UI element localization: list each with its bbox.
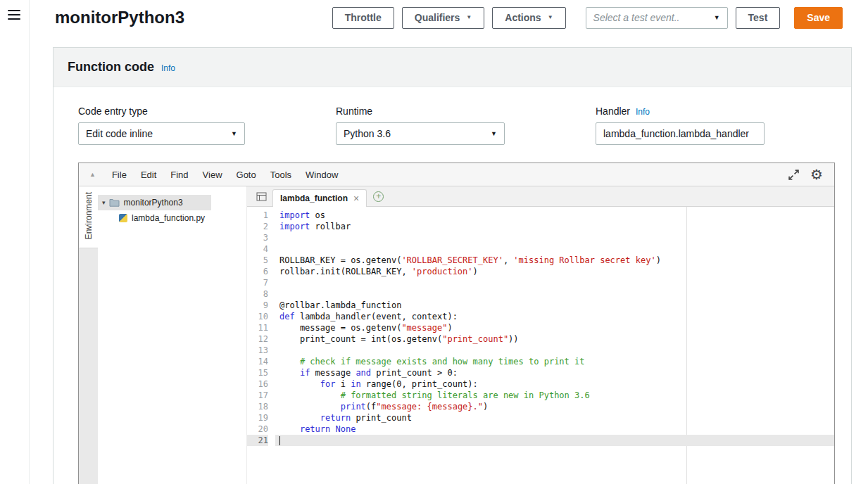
line-number[interactable]: 6 [247, 266, 268, 277]
code-line[interactable]: @rollbar.lambda_function [275, 300, 834, 311]
line-number[interactable]: 12 [247, 333, 268, 345]
chevron-down-icon: ▼ [231, 130, 237, 137]
code-line[interactable]: # check if message exists and how many t… [275, 356, 834, 367]
code-line[interactable]: import rollbar [275, 221, 834, 232]
section-title: Function code [68, 60, 154, 75]
code-line[interactable] [275, 435, 834, 446]
function-code-panel: Function code Info Code entry type Edit … [53, 47, 852, 484]
code-editor: ▲ FileEditFindViewGotoToolsWindow ⚙ [78, 163, 835, 484]
throttle-button[interactable]: Throttle [332, 7, 394, 29]
folder-icon [109, 198, 120, 207]
function-code-header: Function code Info [54, 48, 851, 87]
runtime-label: Runtime [336, 106, 505, 117]
settings-gear-icon[interactable]: ⚙ [810, 167, 823, 182]
tab-lambda-function[interactable]: lambda_function × [272, 189, 367, 207]
collapse-panel-icon[interactable]: ▲ [89, 171, 96, 178]
info-link[interactable]: Info [161, 63, 175, 73]
code-line[interactable]: def lambda_handler(event, context): [275, 311, 834, 322]
code-line[interactable] [275, 345, 834, 356]
disclosure-triangle-icon: ▾ [102, 199, 106, 206]
code-line[interactable]: ROLLBAR_KEY = os.getenv('ROLLBAR_SECRET_… [275, 255, 834, 266]
menu-item-window[interactable]: Window [298, 170, 345, 180]
sidebar-filler [79, 248, 98, 484]
tree-item-folder[interactable]: ▾ monitorPython3 [98, 195, 211, 210]
menu-item-find[interactable]: Find [163, 170, 195, 180]
handler-input[interactable]: lambda_function.lambda_handler [596, 122, 765, 145]
fullscreen-icon[interactable] [788, 170, 799, 180]
editor-menubar: ▲ FileEditFindViewGotoToolsWindow ⚙ [79, 163, 834, 186]
code-line[interactable]: import os [275, 210, 834, 221]
line-number[interactable]: 13 [247, 345, 268, 356]
line-number[interactable]: 5 [247, 255, 268, 266]
code-line[interactable] [275, 232, 834, 243]
chevron-down-icon: ▼ [466, 15, 472, 20]
actions-button[interactable]: Actions ▼ [492, 7, 565, 29]
line-number[interactable]: 17 [247, 390, 268, 401]
function-header: monitorPython3 Throttle Qualifiers ▼ Act… [30, 0, 868, 35]
line-number[interactable]: 21 [247, 435, 268, 446]
line-number[interactable]: 11 [247, 322, 268, 333]
header-actions: Throttle Qualifiers ▼ Actions ▼ Select a… [332, 7, 843, 29]
nav-rail [0, 0, 30, 484]
code-line[interactable]: if message and print_count > 0: [275, 367, 834, 378]
environment-tab[interactable]: Environment [84, 192, 94, 239]
code-area: 123456789101112131415161718192021 import… [247, 207, 834, 484]
page-title: monitorPython3 [55, 8, 184, 27]
code-line[interactable] [275, 277, 834, 288]
close-tab-icon[interactable]: × [353, 193, 359, 204]
code-entry-type-select[interactable]: Edit code inline ▼ [78, 122, 245, 145]
file-tree: ▾ monitorPython3 lambda_function.py [98, 186, 247, 484]
line-number[interactable]: 20 [247, 424, 268, 435]
test-event-placeholder: Select a test event.. [593, 12, 680, 23]
tree-item-file[interactable]: lambda_function.py [98, 210, 246, 226]
tab-list-icon[interactable] [256, 192, 268, 201]
code-line[interactable]: print(f"message: {message}.") [275, 401, 834, 412]
line-number[interactable]: 14 [247, 356, 268, 367]
menu-item-file[interactable]: File [105, 170, 134, 180]
code-line[interactable]: return print_count [275, 412, 834, 424]
line-number[interactable]: 8 [247, 288, 268, 300]
menu-item-edit[interactable]: Edit [134, 170, 163, 180]
save-button[interactable]: Save [794, 7, 843, 29]
code-line[interactable]: rollbar.init(ROLLBAR_KEY, 'production') [275, 266, 834, 277]
line-number[interactable]: 15 [247, 367, 268, 378]
new-tab-button[interactable]: + [373, 191, 384, 202]
line-number[interactable]: 2 [247, 221, 268, 232]
code-line[interactable]: message = os.getenv("message") [275, 322, 834, 333]
chevron-down-icon: ▼ [548, 15, 553, 20]
editor-menubar-items: FileEditFindViewGotoToolsWindow [105, 170, 345, 180]
line-number[interactable]: 3 [247, 232, 268, 243]
code-settings-fields: Code entry type Edit code inline ▼ Runti… [78, 106, 851, 145]
chevron-down-icon: ▼ [714, 14, 720, 21]
handler-label: Handler Info [596, 106, 765, 117]
line-number[interactable]: 1 [247, 210, 268, 221]
code-line[interactable]: # formatted string literals are new in P… [275, 390, 834, 401]
line-number[interactable]: 16 [247, 378, 268, 390]
line-number[interactable]: 10 [247, 311, 268, 322]
code-line[interactable] [275, 243, 834, 255]
python-file-icon [119, 214, 127, 222]
gutter: 123456789101112131415161718192021 [247, 207, 275, 484]
menu-item-view[interactable]: View [196, 170, 229, 180]
code-line[interactable]: print_count = int(os.getenv("print_count… [275, 333, 834, 345]
menu-item-tools[interactable]: Tools [263, 170, 298, 180]
code-line[interactable] [275, 288, 834, 300]
info-link[interactable]: Info [636, 107, 650, 117]
text-cursor [279, 436, 280, 445]
test-event-select[interactable]: Select a test event.. ▼ [586, 7, 728, 29]
hamburger-menu-icon[interactable] [8, 10, 22, 23]
test-button[interactable]: Test [736, 7, 781, 29]
code-line[interactable]: return None [275, 424, 834, 435]
runtime-select[interactable]: Python 3.6 ▼ [336, 122, 505, 145]
code-lines[interactable]: import osimport rollbarROLLBAR_KEY = os.… [275, 207, 834, 484]
line-number[interactable]: 7 [247, 277, 268, 288]
code-line[interactable]: for i in range(0, print_count): [275, 378, 834, 390]
line-number[interactable]: 19 [247, 412, 268, 424]
line-number[interactable]: 18 [247, 401, 268, 412]
qualifiers-button[interactable]: Qualifiers ▼ [402, 7, 485, 29]
line-number[interactable]: 9 [247, 300, 268, 311]
menu-item-goto[interactable]: Goto [229, 170, 263, 180]
line-number[interactable]: 4 [247, 243, 268, 255]
code-entry-type-label: Code entry type [78, 106, 245, 117]
environment-sidebar: Environment [79, 186, 98, 484]
